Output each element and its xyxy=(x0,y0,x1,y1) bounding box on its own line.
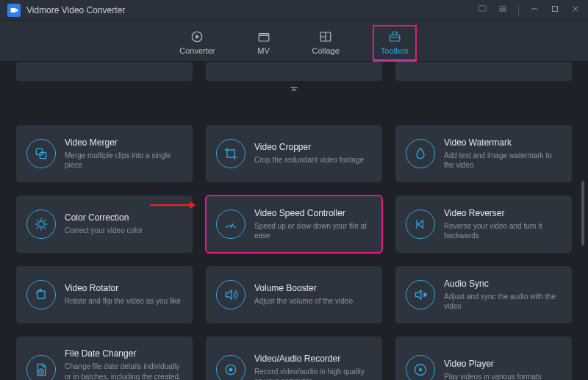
tool-title: Color Correction xyxy=(65,212,143,223)
tab-label: MV xyxy=(257,46,270,55)
audio-sync-icon xyxy=(406,280,435,309)
tool-desc: Speed up or slow down your file at ease xyxy=(254,221,372,241)
tool-video-merger[interactable]: Video Merger Merge multiple clips into a… xyxy=(16,125,193,182)
svg-marker-4 xyxy=(196,35,200,39)
tool-desc: Add text and image watermark to the vide… xyxy=(444,151,562,171)
tool-desc: Crop the redundant video footage xyxy=(254,155,364,165)
tool-title: Video Rotator xyxy=(65,283,181,293)
tool-title: Video Speed Controller xyxy=(254,208,372,218)
svg-rect-2 xyxy=(553,7,558,12)
tool-video-rotator[interactable]: Video Rotator Rotate and flip the video … xyxy=(16,266,193,323)
tool-title: Video/Audio Recorder xyxy=(254,354,372,364)
volume-icon xyxy=(216,280,245,309)
card-stub[interactable] xyxy=(206,62,382,81)
tool-title: Video Watermark xyxy=(444,137,562,148)
tool-desc: Change file date details individually or… xyxy=(65,362,182,380)
watermark-icon xyxy=(406,139,435,168)
main-tabbar: Converter MV Collage Toolbox xyxy=(0,21,588,62)
rotator-icon xyxy=(26,280,56,309)
titlebar: Vidmore Video Converter xyxy=(0,0,588,21)
tool-video-cropper[interactable]: Video Cropper Crop the redundant video f… xyxy=(206,125,382,182)
tool-title: Video Player xyxy=(444,359,542,369)
svg-marker-11 xyxy=(418,221,423,228)
scrollbar-thumb[interactable] xyxy=(581,181,584,245)
file-date-icon xyxy=(26,355,56,380)
window-controls xyxy=(477,4,581,16)
svg-rect-0 xyxy=(11,8,16,12)
tab-label: Toolbox xyxy=(381,46,409,55)
tool-desc: Adjust and sync the audio with the video xyxy=(444,292,562,312)
tool-title: Volume Booster xyxy=(254,283,353,293)
tool-title: Video Cropper xyxy=(254,142,364,152)
svg-rect-12 xyxy=(37,291,45,298)
player-icon xyxy=(406,355,435,380)
minimize-button[interactable] xyxy=(529,4,539,16)
speed-icon xyxy=(216,209,245,239)
menu-icon[interactable] xyxy=(498,4,508,16)
tool-title: Audio Sync xyxy=(444,279,562,289)
toolbox-icon xyxy=(387,30,402,43)
tool-video-audio-recorder[interactable]: Video/Audio Recorder Record video/audio … xyxy=(206,337,382,380)
svg-point-10 xyxy=(38,221,44,227)
tool-video-speed-controller[interactable]: Video Speed Controller Speed up or slow … xyxy=(206,196,382,253)
collage-icon xyxy=(318,30,333,43)
tool-title: Video Merger xyxy=(65,137,182,148)
merger-icon xyxy=(26,139,56,168)
tab-mv[interactable]: MV xyxy=(249,26,279,61)
toolbox-grid: Video Merger Merge multiple clips into a… xyxy=(16,62,572,380)
cropper-icon xyxy=(216,139,245,168)
tool-title: File Date Changer xyxy=(65,348,182,359)
tool-video-watermark[interactable]: Video Watermark Add text and image water… xyxy=(395,125,572,182)
reverser-icon xyxy=(406,209,435,239)
tool-color-correction[interactable]: Color Correction Correct your video colo… xyxy=(16,196,193,253)
card-stub[interactable] xyxy=(395,62,572,81)
app-title: Vidmore Video Converter xyxy=(26,5,125,15)
tool-title: Video Reverser xyxy=(444,208,562,218)
tab-converter[interactable]: Converter xyxy=(172,26,222,61)
tool-desc: Correct your video color xyxy=(65,226,143,236)
svg-rect-7 xyxy=(390,35,400,41)
scroll-up-icon xyxy=(288,84,300,97)
svg-rect-9 xyxy=(40,152,46,158)
app-logo xyxy=(7,4,21,17)
feedback-icon[interactable] xyxy=(477,4,487,16)
tool-desc: Record video/audio in high quality on yo… xyxy=(254,367,372,380)
recorder-icon xyxy=(216,355,245,380)
tool-video-reverser[interactable]: Video Reverser Reverse your video and tu… xyxy=(395,196,572,253)
tab-toolbox[interactable]: Toolbox xyxy=(373,26,416,61)
divider xyxy=(518,5,519,15)
maximize-button[interactable] xyxy=(550,4,560,16)
tool-desc: Play videos in various formats xyxy=(444,372,542,381)
svg-marker-17 xyxy=(419,368,423,373)
tool-file-date-changer[interactable]: File Date Changer Change file date detai… xyxy=(16,337,193,380)
toolbox-viewport: Video Merger Merge multiple clips into a… xyxy=(0,62,588,380)
svg-rect-8 xyxy=(36,148,42,154)
tool-desc: Rotate and flip the video as you like xyxy=(65,296,181,306)
tab-collage[interactable]: Collage xyxy=(305,26,347,61)
tool-video-player[interactable]: Video Player Play videos in various form… xyxy=(395,337,572,380)
tab-label: Converter xyxy=(179,46,215,55)
color-correction-icon xyxy=(26,209,56,239)
tool-audio-sync[interactable]: Audio Sync Adjust and sync the audio wit… xyxy=(395,266,572,323)
tab-label: Collage xyxy=(312,46,340,55)
converter-icon xyxy=(190,30,204,43)
tool-volume-booster[interactable]: Volume Booster Adjust the volume of the … xyxy=(206,266,382,323)
mv-icon xyxy=(257,30,271,43)
tool-desc: Reverse your video and turn it backwards xyxy=(444,221,562,241)
card-stub[interactable] xyxy=(16,62,193,81)
tool-desc: Adjust the volume of the video xyxy=(254,296,353,306)
svg-point-15 xyxy=(229,368,233,372)
close-button[interactable] xyxy=(570,4,581,16)
tool-desc: Merge multiple clips into a single piece xyxy=(65,151,182,171)
